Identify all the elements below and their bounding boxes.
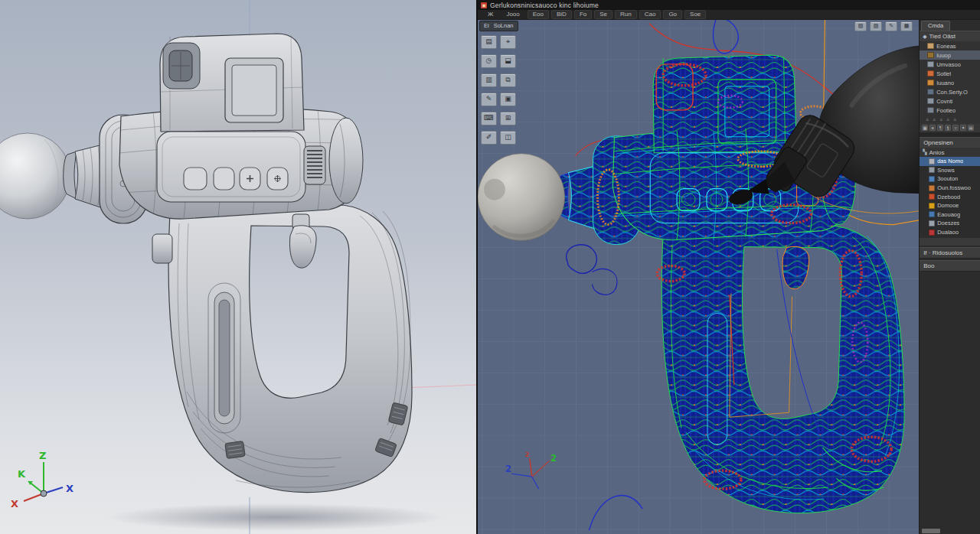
ops-item-crossover[interactable]: Oun.fosswoo [920,184,980,193]
tree-item-plane[interactable]: Iuuano [920,78,980,87]
tool-pen-icon[interactable]: ✐ [481,131,497,145]
tool-snap-icon[interactable]: ⌖ [500,35,516,49]
ghost-icon-2[interactable]: ▴ [933,116,936,123]
mini-tool-3[interactable]: ¶ [937,125,943,131]
tool-add-icon[interactable]: ⊞ [500,112,516,125]
tool-orbit-icon[interactable]: ◷ [481,54,497,68]
ops-item-dualaoo[interactable]: Dualaoo [920,228,980,237]
ops-item-boolean[interactable]: 3oouton [920,174,980,184]
ops-icon-3 [929,176,935,182]
axis-label-x-blue: X [66,483,74,494]
tool-layers-icon[interactable]: ▥ [481,73,497,87]
view-mode-icon[interactable]: ▧ [854,21,867,31]
menu-item-4[interactable]: Fo [574,10,592,19]
tool-draw-icon[interactable]: ✎ [481,93,497,106]
axis2-label-z: 2 [550,453,557,464]
menu-item-9[interactable]: Soe [684,10,706,19]
sidebar-resize-grip[interactable] [920,527,980,534]
ghost-icon-5[interactable]: ▴ [953,116,956,123]
ghost-icon-3[interactable]: ▴ [939,116,942,123]
vent-grille [304,146,325,184]
tree-item-group[interactable]: Iuuop [920,50,980,60]
control-panel [157,132,325,202]
menu-item-7[interactable]: Cao [639,10,662,19]
workspace: Ei SoLnan ▤ ⌖ ◷ ⬓ ▥ ⧉ ✎ ▣ ⌨ ⊞ ✐ ◫ [478,20,980,534]
tree-item-counts[interactable]: Covnti [920,96,980,106]
head-unit [160,34,304,132]
render-icon[interactable]: ▨ [870,21,882,31]
tree-mini-toolbar: ▦ ≡ ¶ § ⌗ ✦ ▤ [920,123,980,132]
counts-icon [927,98,934,104]
tool-shade-icon[interactable]: ⬓ [500,54,516,68]
operations-section[interactable]: ▚ Anios [920,148,980,157]
wireframe-viewport[interactable]: Ei SoLnan ▤ ⌖ ◷ ⬓ ▥ ⧉ ✎ ▣ ⌨ ⊞ ✐ ◫ [478,20,919,534]
ops-icon-7 [929,211,935,217]
menu-item-8[interactable]: Go [663,10,682,19]
outlet-icon [927,70,934,77]
ghost-icon-4[interactable]: ▴ [946,116,949,123]
tree-item-footer[interactable]: Footieo [920,106,980,115]
tool-grid-icon[interactable]: ▤ [481,35,497,49]
sidebar-tab[interactable]: Cmda [921,21,950,31]
mini-tool-1[interactable]: ▦ [922,125,928,131]
menu-item-1[interactable]: Jooo [501,10,524,19]
ops-item-domooe[interactable]: Domooe [920,201,980,210]
button-2[interactable] [214,168,234,190]
plane-icon [927,80,934,86]
button-1[interactable] [184,168,207,190]
ball-attachment [0,133,115,219]
model-tree-panel: ◆ Tied Oäst Eoneas Iuuop Umvasoo [920,31,980,132]
tree-item-geometry[interactable]: Con.Serty.O [920,87,980,96]
menu-item-0[interactable]: Ж [482,10,498,19]
ops-icon-8 [929,220,935,226]
section-icon: ▚ [923,149,926,155]
tool-keys-icon[interactable]: ⌨ [481,112,497,125]
ops-icon-1 [929,158,935,164]
ghost-icon-1[interactable]: ▴ [926,116,929,123]
tool-stamp-icon[interactable]: ◫ [500,131,516,145]
ground-shadow [107,503,444,531]
tree-ghost-toolbar: ▴ ▴ ▴ ▴ ▴ [920,115,980,123]
ops-item-snows[interactable]: Snows [920,166,980,175]
mini-tool-6[interactable]: ✦ [960,125,966,131]
ops-icon-5 [929,194,935,200]
universe-icon [927,61,934,67]
mini-tool-5[interactable]: ⌗ [952,125,959,131]
tree-item-bodies[interactable]: Eoneas [920,41,980,50]
mini-tool-4[interactable]: § [945,125,951,131]
ops-item-das-nomo[interactable]: das Nomo [920,157,980,166]
tree-item-universe[interactable]: Umvasoo [920,60,980,69]
shaded-massage-gun-render: Z K X X [0,0,476,534]
ops-icon-4 [929,185,935,191]
menu-item-3[interactable]: BiD [551,10,572,19]
wireframe-scene: 2 2 2 [478,20,919,534]
tree-item-outlet[interactable]: Sotlet [920,69,980,78]
mini-tool-2[interactable]: ≡ [929,125,936,131]
axis2-label-x: 2 [505,464,511,474]
body-end-cap [329,118,363,204]
ops-item-doeszes[interactable]: Doeszes [920,219,980,228]
left-render-viewport[interactable]: Z K X X [0,0,476,534]
axis-gizmo-left: Z K X X [11,450,74,510]
annotate-icon[interactable]: ✎ [885,21,897,31]
footer-section-ridosuolos[interactable]: If · Ridosuolos [920,247,980,259]
mini-tool-7[interactable]: ▤ [968,125,974,131]
ops-item-eaouaog[interactable]: Eaouaog [920,210,980,220]
operations-header[interactable]: Opnesinen [920,137,980,148]
viewport-tab[interactable]: Ei SoLnan [479,21,518,31]
ops-icon-6 [929,203,935,209]
menu-item-5[interactable]: Se [594,10,612,19]
menu-item-2[interactable]: Eoo [528,10,549,19]
grid-toggle-icon[interactable]: ▦ [900,21,913,31]
axis-label-k: K [18,468,26,480]
ops-item-dzebood[interactable]: Dzebood [920,192,980,201]
tool-boxes-icon[interactable]: ▣ [500,93,516,106]
ops-icon-9 [929,230,935,236]
footer-section-boo[interactable]: Boo [920,260,980,272]
titlebar: ▣ Gerlukonsninicsauoco kinc lihoiume [478,0,980,10]
menu-item-6[interactable]: Run [615,10,637,19]
tool-nodes-icon[interactable]: ⧉ [500,73,516,87]
app-icon: ▣ [481,2,487,8]
footer-node-icon [927,107,934,113]
tree-header[interactable]: ◆ Tied Oäst [920,31,980,41]
